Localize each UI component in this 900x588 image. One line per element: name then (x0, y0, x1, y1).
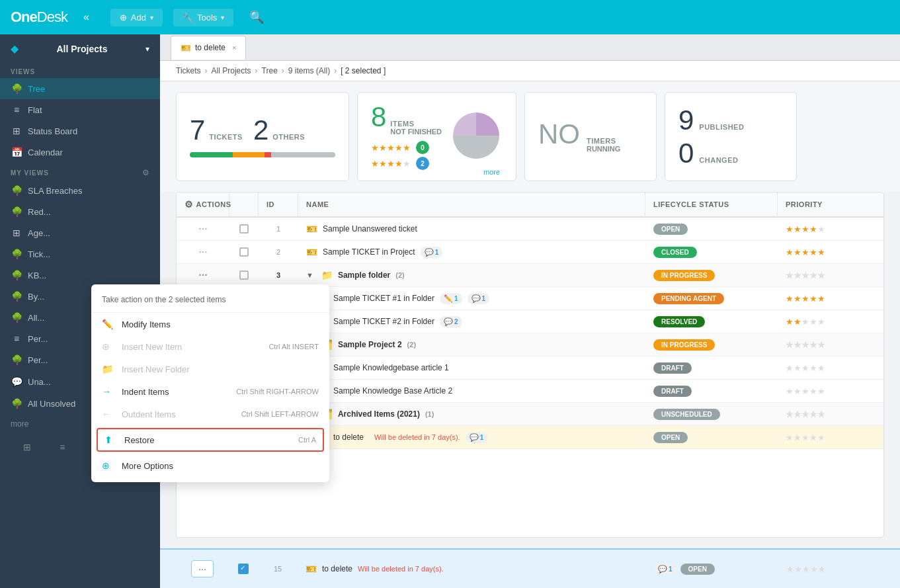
action-indent[interactable]: → Indent Items Ctrl Shift RIGHT-ARROW (91, 380, 329, 403)
row-name: Sample TICKET #2 in Folder (333, 317, 434, 326)
add-button[interactable]: ⊕ Add ▾ (110, 9, 163, 26)
tick-icon: 🌳 (11, 249, 22, 259)
row-name: Sample TICKET #1 in Folder (333, 294, 434, 303)
breadcrumb-9-items[interactable]: 9 items (All) (288, 66, 330, 75)
mini-icon-symbol: 💬 (470, 433, 479, 442)
red-icon: 🌳 (11, 206, 22, 217)
stat-card-items: 8 ITEMS NOT FINISHED ★★★★★ 0 (357, 92, 516, 181)
others-count: 2 (253, 116, 268, 144)
tab-close-button[interactable]: × (232, 44, 236, 52)
row-id-value: 2 (276, 248, 280, 256)
row-dots-button[interactable]: ··· (198, 269, 207, 281)
action-menu-popup: Take action on the 2 selected items ✏️ M… (91, 284, 329, 482)
collapse-icon[interactable]: ▼ (306, 271, 313, 279)
outdent-shortcut: Ctrl Shift LEFT-ARROW (241, 410, 319, 418)
sidebar-item-status-board[interactable]: ⊞ Status Board (0, 120, 160, 142)
indent-shortcut: Ctrl Shift RIGHT-ARROW (236, 388, 319, 396)
my-views-settings-icon[interactable]: ⚙ (142, 168, 149, 177)
timers-count: NO (538, 120, 580, 148)
pie-more-link[interactable]: more (483, 168, 500, 176)
action-outdent: ← Outdent Items Ctrl Shift LEFT-ARROW (91, 403, 329, 425)
my-views-section-label: MY VIEWS (11, 169, 49, 177)
row-dots-button[interactable]: ··· (198, 246, 207, 258)
timers-label: TIMERS (587, 137, 620, 145)
bottom-item-icon: 🎫 (306, 564, 317, 574)
insert-item-shortcut: Ctrl Alt INSERT (268, 343, 319, 351)
timers-sublabel: RUNNING (587, 145, 620, 153)
mini-count: 1 (454, 295, 458, 302)
bottom-checkbox[interactable] (238, 564, 249, 574)
breadcrumb-all-projects[interactable]: All Projects (212, 66, 251, 75)
logo: OneDesk (11, 9, 67, 26)
sidebar-all-projects-label: All Projects (56, 44, 107, 54)
row-checkbox[interactable] (239, 271, 249, 280)
th-id: Id (259, 192, 298, 216)
stats-row: 7 TICKETS 2 OTHERS (160, 81, 900, 192)
mini-count: 1 (435, 249, 439, 256)
row-checkbox[interactable] (239, 224, 249, 233)
row-ticket-icon: 🎫 (306, 224, 317, 234)
stat-card-tickets: 7 TICKETS 2 OTHERS (176, 92, 349, 181)
sidebar-item-calendar[interactable]: 📅 Calendar (0, 142, 160, 163)
name-cell: ▼ 📁 Sample folder (2) (298, 265, 645, 286)
sidebar-item-red[interactable]: 🌳 Red... (0, 201, 160, 222)
status-cell: PENDING AGENT (645, 288, 778, 310)
sidebar-item-tick[interactable]: 🌳 Tick... (0, 243, 160, 265)
action-restore[interactable]: ⬆ Restore Ctrl A (97, 428, 324, 452)
row-checkbox[interactable] (239, 247, 249, 257)
sidebar-item-tree[interactable]: 🌳 Tree (0, 78, 160, 99)
add-icon: ⊕ (120, 13, 127, 22)
action-modify-items[interactable]: ✏️ Modify Items (91, 313, 329, 335)
sidebar-kb-label: KB... (28, 271, 46, 280)
table-row[interactable]: ··· 2 🎫 Sample TICKET in Project 💬1 CLOS… (177, 241, 883, 264)
sidebar-all-label: All... (28, 313, 44, 323)
row-name: to delete (333, 433, 364, 442)
sidebar-item-age[interactable]: ⊞ Age... (0, 222, 160, 243)
indent-label: Indent Items (122, 387, 169, 397)
name-cell: 📄 Sample Knowledgebase article 1 (298, 357, 645, 378)
sidebar-projects-chevron-icon[interactable]: ▾ (145, 44, 149, 54)
row-name: Archived Items (2021) (338, 409, 420, 419)
more-options-icon: ⊕ (102, 460, 115, 471)
name-cell: ▼ 🗂️ Sample Project 2 (2) (298, 334, 645, 355)
bottom-dots-button[interactable]: ··· (191, 560, 214, 577)
tab-to-delete[interactable]: 🎫 to delete × (171, 36, 246, 60)
una-icon: 💬 (11, 376, 22, 387)
grid-icon-2[interactable]: ≡ (46, 439, 79, 455)
breadcrumb-tickets[interactable]: Tickets (176, 66, 201, 75)
tools-button[interactable]: 🔧 Tools ▾ (173, 9, 233, 26)
bottom-row: ··· 15 🎫 to delete Will be deleted in 7 … (176, 555, 884, 583)
table-row[interactable]: ··· 3 ▼ 📁 Sample folder (2) IN PROGRESS … (177, 264, 883, 287)
status-badge: UNSCHEDULED (653, 409, 720, 420)
four-stars: ★★★★★ (371, 159, 411, 169)
grid-icon-1[interactable]: ⊞ (11, 439, 44, 455)
items-label: ITEMS (390, 120, 442, 128)
breadcrumb-tree[interactable]: Tree (262, 66, 278, 75)
bar-green (190, 152, 233, 157)
bottom-mini-icon-symbol: 💬 (658, 565, 667, 573)
action-more-options[interactable]: ⊕ More Options (91, 454, 329, 477)
row-dots-button[interactable]: ··· (198, 223, 207, 235)
bottom-mini-icon: 💬 1 (654, 564, 676, 575)
tickets-bars (190, 152, 335, 157)
priority-cell: ★★★★★ (778, 312, 883, 332)
search-button[interactable]: 🔍 (249, 10, 264, 24)
priority-cell: ★★★★★ (778, 265, 883, 286)
row-name: Sample TICKET in Project (323, 247, 415, 257)
sidebar-item-kb[interactable]: 🌳 KB... (0, 265, 160, 286)
table-row[interactable]: ··· 1 🎫 Sample Unanswered ticket OPEN ★★… (177, 218, 883, 241)
bar-red (265, 152, 271, 157)
sidebar-item-sla-breaches[interactable]: 🌳 SLA Breaches (0, 180, 160, 201)
mini-icon: ✏️1 (440, 293, 462, 304)
outdent-icon: ← (102, 409, 115, 419)
insert-folder-icon: 📁 (102, 364, 115, 374)
sidebar-item-flat[interactable]: ≡ Flat (0, 99, 160, 120)
settings-gear-icon[interactable]: ⚙ (184, 199, 194, 210)
row-ticket-icon: 🎫 (306, 247, 317, 257)
sidebar-collapse-button[interactable]: « (83, 11, 89, 23)
bottom-item-name: to delete (322, 564, 352, 573)
status-badge: OPEN (653, 224, 688, 235)
age-icon: ⊞ (11, 228, 22, 238)
folder-count: (1) (425, 410, 434, 418)
four-star-count: 2 (416, 157, 429, 170)
